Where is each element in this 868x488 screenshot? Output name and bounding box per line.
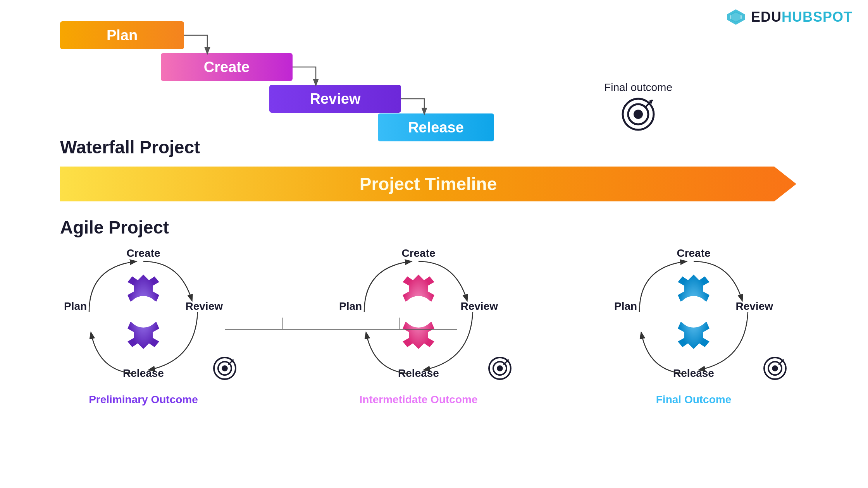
svg-point-5	[634, 110, 643, 119]
svg-point-14	[403, 296, 434, 328]
agile-cycle-1: Create Review Release Plan	[60, 240, 227, 406]
logo: EDUHUBSPOT	[725, 9, 852, 26]
agile-title: Agile Project	[60, 217, 169, 238]
timeline-bar: Project Timeline	[60, 167, 796, 201]
plan-bar: Plan	[60, 21, 184, 49]
cycle3-release-label: Release	[673, 367, 714, 380]
final-outcome-label: Final outcome	[604, 81, 672, 94]
logo-text: EDUHUBSPOT	[751, 9, 852, 25]
final-outcome-area: Final outcome	[604, 81, 672, 133]
cycle3-outcome: Final Outcome	[656, 393, 731, 406]
review-bar: Review	[269, 85, 401, 113]
cycle2-gear	[372, 265, 465, 358]
logo-icon	[725, 9, 746, 26]
cycle1-release-label: Release	[123, 367, 164, 380]
create-bar: Create	[161, 53, 293, 81]
cycle2-review-label: Review	[461, 300, 498, 313]
cycle1-plan-label: Plan	[64, 300, 87, 313]
final-outcome-icon	[604, 97, 672, 133]
cycle3-review-label: Review	[736, 300, 773, 313]
cycle2-release-label: Release	[398, 367, 439, 380]
release-bar: Release	[378, 113, 494, 141]
cycle3-target	[761, 355, 789, 383]
cycle1-outcome: Preliminary Outcome	[89, 393, 198, 406]
agile-cycle-2: Create Review Release Plan	[335, 240, 502, 406]
cycle2-outcome: Intermetidate Outcome	[360, 393, 478, 406]
cycle2-container: Create Review Release Plan	[335, 240, 502, 387]
cycle1-gear	[97, 265, 190, 358]
cycle1-container: Create Review Release Plan	[60, 240, 227, 387]
cycle2-plan-label: Plan	[339, 300, 362, 313]
agile-cycle-3: Create Review Release Plan	[610, 240, 777, 406]
cycle3-create-label: Create	[677, 247, 710, 259]
cycle3-gear	[647, 265, 740, 358]
cycle1-create-label: Create	[126, 247, 160, 259]
waterfall-section: Plan Create Review Release Fi	[60, 21, 564, 158]
cycle2-create-label: Create	[401, 247, 435, 259]
svg-point-20	[678, 296, 710, 328]
svg-point-17	[497, 365, 503, 371]
agile-cycles: Create Review Release Plan	[60, 240, 777, 406]
svg-point-23	[772, 365, 778, 371]
cycle1-review-label: Review	[186, 300, 223, 313]
cycle3-container: Create Review Release Plan	[610, 240, 777, 387]
cycle1-target	[211, 355, 238, 383]
svg-point-11	[222, 365, 228, 371]
waterfall-bars: Plan Create Review Release Fi	[60, 21, 564, 134]
timeline-label: Project Timeline	[360, 174, 497, 194]
cycle3-plan-label: Plan	[614, 300, 637, 313]
cycle2-target	[486, 355, 513, 383]
svg-point-8	[127, 296, 159, 328]
